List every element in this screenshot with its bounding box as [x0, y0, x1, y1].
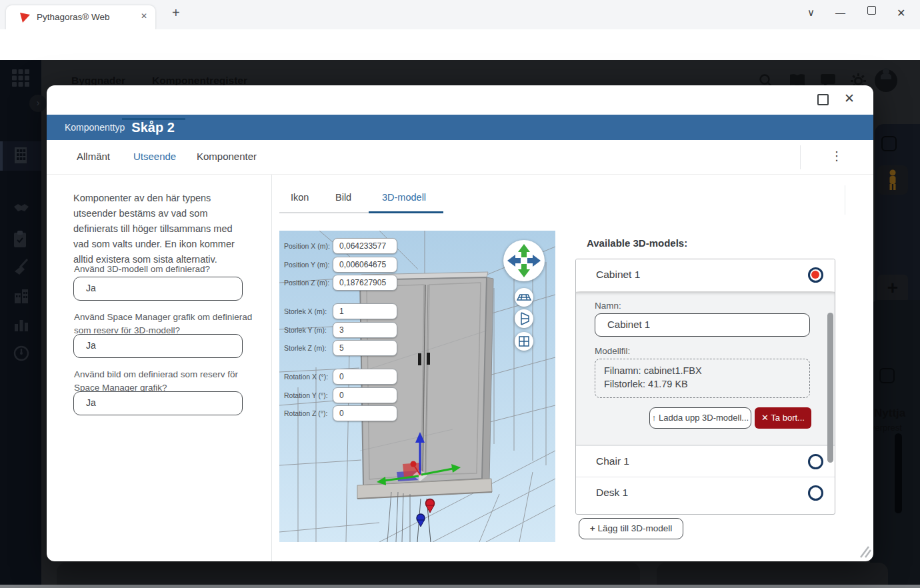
- position-x-input[interactable]: 0,064233577: [333, 238, 397, 254]
- tab-ikon[interactable]: Ikon: [291, 192, 309, 203]
- inner-tab-track: [279, 212, 369, 213]
- use-3d-model-select[interactable]: Ja: [73, 277, 243, 301]
- left-panel-divider: [271, 175, 272, 561]
- window-maximize-icon[interactable]: [867, 6, 876, 15]
- model-row-cabinet-1[interactable]: Cabinet 1: [576, 259, 835, 291]
- file-name: Filnamn: cabinet1.FBX: [604, 365, 809, 378]
- rotation-z-input[interactable]: 0: [333, 405, 397, 421]
- size-z-label: Storlek Z (m):: [284, 340, 332, 356]
- name-label: Namn:: [595, 301, 621, 311]
- sidebar-buildings-icon[interactable]: [13, 147, 28, 164]
- available-models-title: Available 3D-models:: [587, 237, 687, 249]
- favicon-pythagoras: [19, 12, 31, 23]
- size-y-label: Storlek Y (m):: [284, 322, 332, 338]
- upload-model-button[interactable]: ↑ Ladda upp 3D-modell...: [649, 407, 751, 429]
- model-row-desk-1[interactable]: Desk 1: [576, 477, 835, 509]
- browser-toolbar: ← → ↻ pim.pythagoras.se/py_datamanager_i…: [0, 29, 920, 60]
- size-y-input[interactable]: 3: [333, 322, 397, 338]
- perspective-floor-icon: [515, 288, 533, 307]
- bg-zoom-in-button[interactable]: +: [877, 275, 908, 303]
- add-model-button[interactable]: + Lägg till 3D-modell: [579, 518, 683, 539]
- app-sidebar: ›: [0, 60, 41, 588]
- screen: Pythagoras® Web ✕ + ∨ — ✕ ← → ↻ pim.pyth…: [0, 0, 920, 588]
- remove-model-button[interactable]: ✕ Ta bort...: [755, 407, 811, 429]
- bg-panel-checkbox[interactable]: [879, 368, 895, 383]
- sidebar-handshake-icon[interactable]: [13, 203, 29, 213]
- dialog-maximize-icon[interactable]: [817, 94, 829, 105]
- bg-bottom-edge: [0, 585, 920, 588]
- appearance-description: Komponenter av den här typens utseender …: [73, 191, 248, 267]
- model-file-info: Filnamn: cabinet1.FBX Filstorlek: 41.79 …: [595, 359, 810, 398]
- 3d-viewport[interactable]: Position X (m): 0,064233577 Position Y (…: [279, 231, 555, 542]
- use-image-select[interactable]: Ja: [73, 391, 243, 415]
- dialog-type-label: Komponenttyp: [65, 122, 125, 133]
- dialog-close-icon[interactable]: ✕: [844, 91, 855, 106]
- app-launcher-grid-icon[interactable]: [11, 68, 31, 88]
- window-minimize-icon[interactable]: —: [835, 7, 845, 18]
- model-row-chair-1[interactable]: Chair 1: [576, 445, 835, 477]
- position-y-input[interactable]: 0,006064675: [333, 257, 397, 273]
- use-sm-graphics-select[interactable]: Ja: [73, 334, 243, 358]
- bg-pegman-button[interactable]: [877, 165, 908, 195]
- model-list-scrollbar[interactable]: [827, 313, 833, 463]
- radio-desk-1[interactable]: [808, 485, 823, 501]
- remove-x-icon: ✕: [761, 413, 769, 423]
- sidebar-chart-icon[interactable]: [13, 317, 29, 332]
- browser-tab[interactable]: Pythagoras® Web ✕: [5, 5, 156, 29]
- tab-bild[interactable]: Bild: [335, 192, 351, 203]
- model-file-label: Modellfil:: [595, 346, 630, 356]
- tab-close-icon[interactable]: ✕: [141, 11, 147, 21]
- side-view-icon: [515, 309, 533, 328]
- dialog-tab-bar: Allmänt Utseende Komponenter ⋮: [47, 140, 873, 175]
- rotation-x-input[interactable]: 0: [333, 369, 397, 385]
- tab-bar-divider: [800, 145, 801, 169]
- rotation-x-label: Rotation X (°):: [284, 369, 332, 385]
- model-detail-panel: Namn: Cabinet 1 Modellfil: Filnamn: cabi…: [576, 292, 835, 445]
- size-x-input[interactable]: 1: [333, 303, 397, 319]
- new-tab-button[interactable]: +: [172, 5, 180, 21]
- dialog-menu-kebab-icon[interactable]: ⋮: [831, 149, 843, 163]
- bg-right-panel: Nyttja verprest: [870, 300, 920, 588]
- position-z-input[interactable]: 0,187627905: [333, 275, 397, 291]
- bg-map-checkbox[interactable]: [881, 136, 897, 151]
- sidebar-broom-icon[interactable]: [13, 259, 29, 276]
- pegman-icon: [887, 169, 899, 191]
- rotation-z-label: Rotation Z (°):: [284, 405, 332, 421]
- upload-icon: ↑: [652, 413, 657, 423]
- inner-tab-active-underline: [369, 211, 443, 213]
- sidebar-clipboard-icon[interactable]: [13, 231, 27, 248]
- browser-tab-strip: Pythagoras® Web ✕ + ∨ — ✕: [0, 0, 920, 29]
- tab-search-icon[interactable]: ∨: [807, 7, 815, 19]
- model-name-input[interactable]: Cabinet 1: [595, 313, 810, 337]
- sidebar-gauge-icon[interactable]: [13, 345, 29, 361]
- sidebar-factory-icon[interactable]: [13, 288, 29, 304]
- size-x-label: Storlek X (m):: [284, 303, 332, 319]
- sidebar-expand-chevron[interactable]: ›: [29, 95, 47, 112]
- rotation-y-label: Rotation Y (°):: [284, 387, 332, 403]
- bg-user-avatar[interactable]: [875, 69, 897, 92]
- tab-utseende[interactable]: Utseende: [133, 151, 176, 162]
- size-z-input[interactable]: 5: [333, 340, 397, 356]
- inner-tab-divider: [845, 185, 845, 215]
- pan-control-button[interactable]: [503, 240, 545, 281]
- component-type-dialog: ✕ Komponenttyp Skåp 2 Allmänt Utseende K…: [47, 85, 873, 561]
- bg-panel-text-1: Nyttja: [874, 407, 905, 420]
- window-close-icon[interactable]: ✕: [897, 7, 905, 19]
- tab-komponenter[interactable]: Komponenter: [197, 151, 257, 162]
- view-side-button[interactable]: [515, 309, 533, 328]
- tab-allmant[interactable]: Allmänt: [77, 151, 110, 162]
- radio-cabinet-1-selected[interactable]: [808, 267, 823, 283]
- dialog-title: Skåp 2: [131, 120, 174, 135]
- active-tab-underline: [122, 118, 185, 120]
- view-perspective-button[interactable]: [515, 288, 533, 307]
- view-front-button[interactable]: [515, 332, 533, 351]
- front-grid-icon: [515, 332, 533, 351]
- plus-icon: +: [590, 523, 595, 533]
- position-x-label: Position X (m):: [284, 238, 332, 254]
- bg-panel-scrollbar[interactable]: [895, 433, 902, 513]
- radio-chair-1[interactable]: [808, 454, 823, 469]
- dialog-resize-handle[interactable]: [857, 545, 871, 559]
- tab-3d-modell[interactable]: 3D-modell: [382, 192, 426, 203]
- rotation-y-input[interactable]: 0: [333, 387, 397, 403]
- pan-arrows-icon: [503, 240, 545, 281]
